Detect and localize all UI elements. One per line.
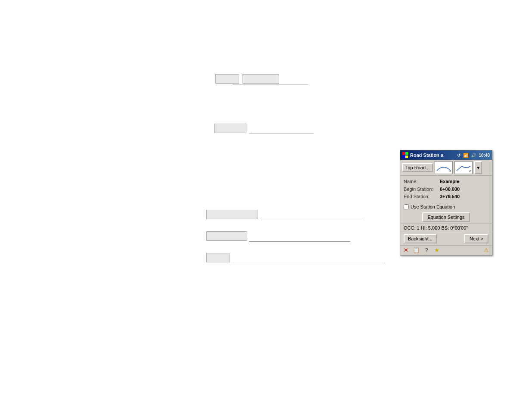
- titlebar-left: Road Station a: [402, 152, 443, 158]
- dialog-titlebar: Road Station a ↺ 📶 🔊 10:40: [400, 150, 492, 160]
- signal-icon: 📶: [463, 153, 468, 158]
- time-display: 10:40: [479, 153, 490, 158]
- bg-line-4: [249, 241, 350, 242]
- dialog-buttons: Backsight... Next >: [400, 232, 492, 245]
- svg-line-0: [457, 166, 462, 171]
- tap-road-button[interactable]: Tap Road...: [402, 163, 433, 172]
- bg-input-6[interactable]: [206, 253, 230, 262]
- warning-area: ⚠: [482, 246, 490, 254]
- dialog-info: Name: Example Begin Station: 0+00.000 En…: [400, 176, 492, 203]
- begin-station-label: Begin Station:: [404, 186, 438, 193]
- status-text: OCC: 1 HI: 5.000 BS: 0°00'00": [404, 225, 468, 230]
- bg-input-1[interactable]: [215, 74, 239, 84]
- dialog-statusbar: OCC: 1 HI: 5.000 BS: 0°00'00": [400, 224, 492, 232]
- titlebar-icons: ↺ 📶 🔊 10:40: [457, 153, 490, 158]
- copy-task-icon[interactable]: 📋: [412, 246, 420, 254]
- warning-icon[interactable]: ⚠: [482, 246, 490, 254]
- road-station-dialog: Road Station a ↺ 📶 🔊 10:40 Tap Road... H…: [400, 150, 492, 255]
- vertical-curve-button[interactable]: V: [454, 161, 473, 174]
- windows-logo-icon: [402, 152, 408, 158]
- star-task-icon[interactable]: ★: [433, 246, 441, 254]
- bg-line-5: [233, 263, 386, 263]
- backsight-button[interactable]: Backsight...: [404, 234, 437, 243]
- bg-input-4[interactable]: [206, 210, 258, 219]
- dialog-title: Road Station a: [410, 153, 443, 158]
- volume-icon: 🔊: [471, 153, 476, 158]
- curve-h-label: H: [448, 169, 451, 173]
- name-row: Name: Example: [404, 178, 488, 186]
- use-station-equation-checkbox[interactable]: [404, 204, 409, 209]
- bg-input-3[interactable]: [214, 124, 246, 133]
- dialog-toolbar: Tap Road... H V ▼: [400, 160, 492, 176]
- bg-line-3: [261, 220, 364, 220]
- bg-line-2: [249, 134, 314, 134]
- name-label: Name:: [404, 178, 438, 186]
- dropdown-arrow-button[interactable]: ▼: [474, 161, 482, 174]
- next-button[interactable]: Next >: [464, 234, 488, 243]
- begin-station-row: Begin Station: 0+00.000: [404, 186, 488, 193]
- end-station-value: 3+79.540: [440, 193, 460, 201]
- refresh-icon[interactable]: ↺: [457, 153, 460, 158]
- equation-settings-button[interactable]: Equation Settings: [422, 212, 470, 222]
- bg-input-5[interactable]: [206, 231, 247, 241]
- name-value: Example: [440, 178, 459, 186]
- horizontal-curve-button[interactable]: H: [435, 161, 453, 174]
- end-station-row: End Station: 3+79.540: [404, 193, 488, 201]
- end-station-label: End Station:: [404, 193, 438, 201]
- dialog-taskbar: ✕ 📋 ? ★ ⚠: [400, 245, 492, 255]
- begin-station-value: 0+00.000: [440, 186, 460, 193]
- close-task-icon[interactable]: ✕: [402, 246, 410, 254]
- bg-line-1: [233, 84, 308, 84]
- use-station-equation-label: Use Station Equation: [411, 204, 455, 209]
- use-station-equation-row: Use Station Equation: [400, 203, 492, 211]
- help-task-icon[interactable]: ?: [423, 246, 430, 254]
- bg-input-2[interactable]: [243, 74, 279, 84]
- curve-v-label: V: [469, 169, 471, 173]
